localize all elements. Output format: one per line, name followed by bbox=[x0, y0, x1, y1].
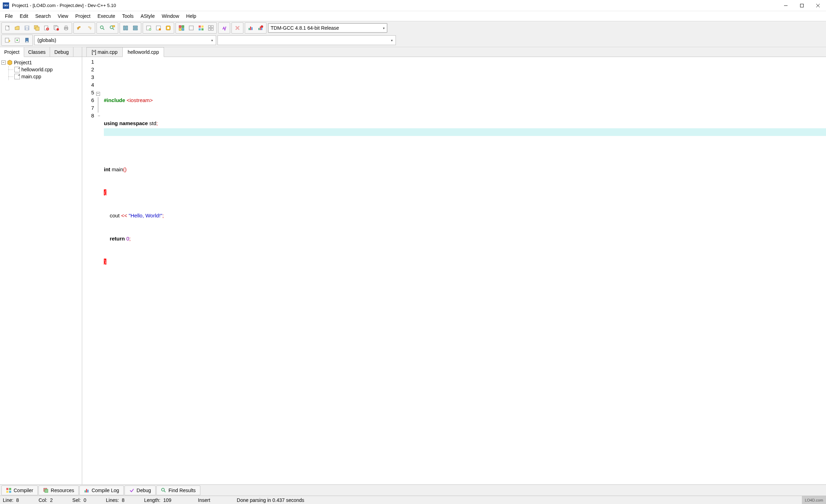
menu-project[interactable]: Project bbox=[72, 11, 94, 21]
tb-group-class bbox=[1, 35, 33, 46]
menu-help[interactable]: Help bbox=[183, 11, 200, 21]
tree-file[interactable]: helloworld.cpp bbox=[9, 66, 80, 73]
new-class-button[interactable] bbox=[2, 36, 12, 45]
svg-rect-9 bbox=[36, 27, 39, 30]
compiler-select[interactable]: TDM-GCC 4.8.1 64-bit Release ▾ bbox=[268, 23, 387, 33]
svg-rect-27 bbox=[133, 26, 137, 28]
menu-file[interactable]: File bbox=[1, 11, 16, 21]
find-button[interactable] bbox=[98, 23, 107, 33]
menu-astyle[interactable]: AStyle bbox=[137, 11, 158, 21]
redo-button[interactable] bbox=[84, 23, 94, 33]
bottom-tab-compile-log[interactable]: Compile Log bbox=[79, 485, 124, 495]
svg-rect-66 bbox=[6, 491, 8, 493]
bookmark-button[interactable] bbox=[22, 36, 32, 45]
svg-line-21 bbox=[103, 28, 104, 30]
new-file-button[interactable] bbox=[2, 23, 12, 33]
replace-button[interactable] bbox=[107, 23, 117, 33]
menu-view[interactable]: View bbox=[54, 11, 72, 21]
svg-rect-67 bbox=[9, 491, 11, 493]
sidebar-tab-project[interactable]: Project bbox=[0, 47, 24, 57]
file-tabs: [*] main.cpp helloworld.cpp bbox=[82, 47, 826, 57]
svg-rect-56 bbox=[260, 27, 261, 30]
toggle-bookmark-button[interactable] bbox=[121, 23, 130, 33]
close-file-button[interactable] bbox=[42, 23, 51, 33]
menu-execute[interactable]: Execute bbox=[94, 11, 119, 21]
grid-icon bbox=[6, 488, 12, 493]
goto-bookmark-button[interactable] bbox=[130, 23, 140, 33]
status-sel: Sel:0 bbox=[70, 497, 89, 503]
rebuild-button[interactable] bbox=[177, 23, 186, 33]
magnifier-icon bbox=[161, 488, 166, 493]
members-select[interactable]: ▾ bbox=[218, 35, 396, 45]
tb-group-profile bbox=[245, 22, 266, 34]
svg-rect-26 bbox=[126, 26, 128, 30]
bottom-tabs: Compiler Resources Compile Log Debug Fin… bbox=[0, 484, 826, 496]
svg-rect-65 bbox=[9, 488, 11, 490]
menu-tools[interactable]: Tools bbox=[119, 11, 137, 21]
svg-rect-18 bbox=[65, 26, 67, 27]
minimize-button[interactable] bbox=[778, 0, 794, 11]
bottom-tab-compiler[interactable]: Compiler bbox=[1, 485, 38, 495]
app-icon bbox=[3, 2, 9, 9]
tree-file-label: main.cpp bbox=[21, 74, 41, 79]
fold-toggle-icon[interactable]: − bbox=[96, 92, 100, 96]
project-tree[interactable]: − Project1 helloworld.cpp main.cpp bbox=[0, 57, 82, 484]
svg-rect-6 bbox=[26, 26, 28, 28]
debug-button[interactable] bbox=[219, 23, 229, 33]
tree-file[interactable]: main.cpp bbox=[9, 73, 80, 80]
bottom-tab-resources[interactable]: Resources bbox=[38, 485, 79, 495]
stack-icon bbox=[43, 488, 49, 493]
tree-root[interactable]: − Project1 bbox=[1, 59, 80, 66]
menu-window[interactable]: Window bbox=[158, 11, 183, 21]
svg-rect-45 bbox=[201, 28, 204, 30]
close-button[interactable] bbox=[810, 0, 826, 11]
svg-rect-72 bbox=[87, 490, 88, 492]
profile-analysis-button[interactable] bbox=[206, 23, 216, 33]
scope-select[interactable]: (globals) ▾ bbox=[34, 35, 216, 45]
save-all-button[interactable] bbox=[32, 23, 42, 33]
tb-group-debug bbox=[218, 22, 230, 34]
code-text[interactable]: #include <iostream> using namespace std;… bbox=[102, 57, 826, 484]
bottom-tab-find-results[interactable]: Find Results bbox=[156, 485, 200, 495]
undo-button[interactable] bbox=[74, 23, 84, 33]
svg-rect-7 bbox=[26, 28, 28, 30]
chevron-down-icon: ▾ bbox=[211, 38, 213, 42]
run-button[interactable] bbox=[154, 23, 163, 33]
syntax-check-button[interactable] bbox=[186, 23, 196, 33]
svg-rect-41 bbox=[189, 26, 193, 30]
svg-rect-48 bbox=[208, 28, 211, 30]
status-col: Col:2 bbox=[36, 497, 56, 503]
menu-edit[interactable]: Edit bbox=[16, 11, 32, 21]
close-all-button[interactable] bbox=[51, 23, 61, 33]
maximize-button[interactable] bbox=[794, 0, 810, 11]
sidebar-tab-debug[interactable]: Debug bbox=[50, 47, 73, 57]
stop-button[interactable] bbox=[233, 23, 242, 33]
titlebar: Project1 - [LO4D.com - Project.dev] - De… bbox=[0, 0, 826, 11]
bottom-tab-debug[interactable]: Debug bbox=[124, 485, 156, 495]
compile-button[interactable] bbox=[144, 23, 154, 33]
menu-search[interactable]: Search bbox=[32, 11, 54, 21]
svg-rect-70 bbox=[85, 490, 86, 492]
file-tab-helloworld[interactable]: helloworld.cpp bbox=[122, 47, 164, 57]
statusbar: Line:8 Col:2 Sel:0 Lines:8 Length:109 In… bbox=[0, 496, 826, 504]
tb-group-compile bbox=[143, 22, 174, 34]
svg-rect-49 bbox=[211, 28, 213, 30]
profile-button[interactable] bbox=[246, 23, 256, 33]
profiling-grid-button[interactable] bbox=[196, 23, 206, 33]
tb-group-compiler: TDM-GCC 4.8.1 64-bit Release ▾ bbox=[268, 23, 387, 33]
sidebar-tab-classes[interactable]: Classes bbox=[24, 47, 50, 57]
tree-collapse-icon[interactable]: − bbox=[1, 60, 6, 65]
status-lines: Lines:8 bbox=[103, 497, 127, 503]
svg-rect-46 bbox=[208, 26, 211, 28]
delete-profile-button[interactable] bbox=[256, 23, 265, 33]
save-button[interactable] bbox=[22, 23, 32, 33]
insert-button[interactable] bbox=[12, 36, 22, 45]
file-tab-main[interactable]: [*] main.cpp bbox=[86, 47, 123, 57]
status-length: Length:109 bbox=[141, 497, 174, 503]
code-editor[interactable]: 12345678 − #include <iostream> using nam… bbox=[82, 57, 826, 484]
sidebar: Project Classes Debug − Project1 hellowo… bbox=[0, 47, 82, 484]
open-file-button[interactable] bbox=[12, 23, 22, 33]
print-button[interactable] bbox=[61, 23, 71, 33]
svg-point-16 bbox=[57, 28, 59, 31]
compile-run-button[interactable] bbox=[163, 23, 173, 33]
